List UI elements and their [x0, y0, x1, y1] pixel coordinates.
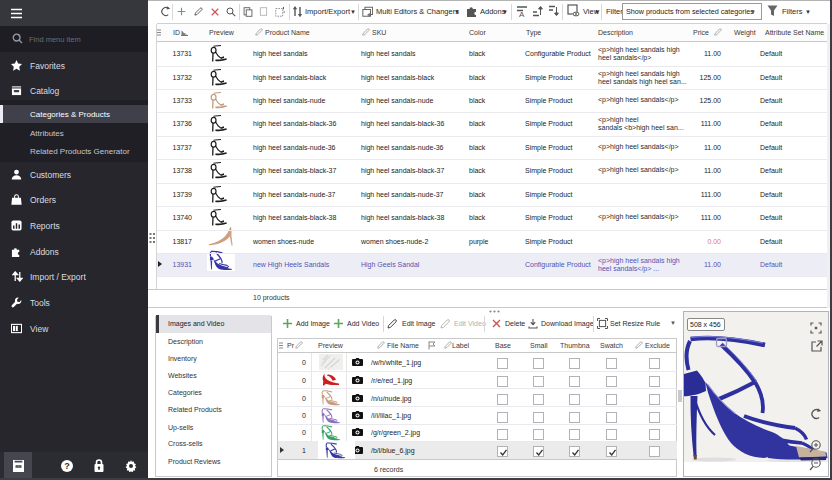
svg-text:A: A	[519, 10, 525, 17]
svg-text:?: ?	[64, 461, 70, 471]
